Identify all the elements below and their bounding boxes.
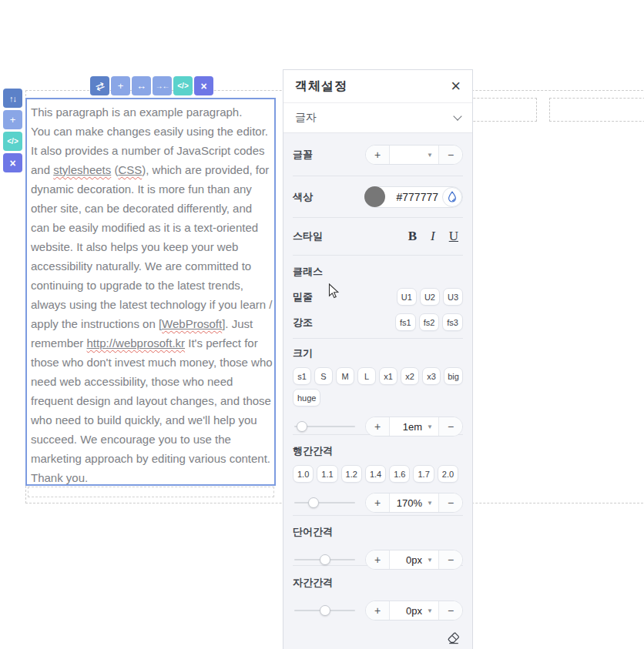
line-spacing-plus-button[interactable]: + — [366, 493, 390, 512]
color-swatch[interactable] — [364, 186, 385, 207]
delete-element-button[interactable]: × — [194, 76, 213, 95]
italic-button[interactable]: I — [431, 229, 435, 244]
size-button-s1[interactable]: s1 — [293, 367, 311, 385]
dropdown-caret-icon: ▼ — [427, 500, 433, 507]
line-spacing-button-1.1[interactable]: 1.1 — [317, 465, 337, 483]
panel-close-button[interactable]: × — [451, 78, 461, 95]
empty-column-placeholder[interactable] — [549, 98, 644, 122]
add-row-button[interactable]: + — [3, 110, 22, 129]
class-section: 클래스 밑줄 U1U2U3 강조 fs1fs2fs3 — [293, 256, 463, 339]
line-spacing-button-2.0[interactable]: 2.0 — [438, 465, 458, 483]
underline-class-button-u1[interactable]: U1 — [397, 288, 417, 306]
letter-spacing-label: 자간간격 — [293, 576, 463, 590]
expand-width-button[interactable]: ↔ — [132, 76, 151, 95]
letter-spacing-minus-button[interactable]: − — [438, 601, 462, 620]
link-stylesheets[interactable]: stylesheets — [53, 163, 111, 176]
letter-spacing-control-row: + 0px▼ − — [293, 600, 463, 621]
underline-button[interactable]: U — [449, 229, 458, 244]
code-icon: </> — [7, 137, 18, 146]
edit-code-button[interactable]: </> — [173, 76, 193, 95]
font-label: 글꼴 — [293, 148, 313, 162]
letter-spacing-slider[interactable] — [294, 605, 355, 616]
size-slider[interactable] — [294, 421, 355, 432]
letter-spacing-value-dropdown[interactable]: 0px▼ — [390, 601, 438, 620]
size-button-m[interactable]: M — [336, 367, 354, 385]
emphasis-class-row: 강조 fs1fs2fs3 — [293, 313, 463, 331]
paragraph-editable[interactable]: This paragraph is an example paragraph. … — [25, 98, 276, 486]
color-control: #777777 — [364, 186, 463, 208]
emphasis-class-button-fs3[interactable]: fs3 — [442, 313, 463, 331]
size-button-huge[interactable]: huge — [293, 389, 320, 406]
line-spacing-button-1.6[interactable]: 1.6 — [389, 465, 410, 483]
emphasis-class-button-fs1[interactable]: fs1 — [395, 313, 416, 331]
size-buttons-row2: huge — [293, 389, 463, 406]
color-label: 색상 — [293, 190, 313, 204]
size-plus-button[interactable]: + — [366, 417, 390, 436]
line-spacing-minus-button[interactable]: − — [438, 493, 462, 512]
move-row-button[interactable]: ↑↓ — [3, 89, 22, 108]
link-webprosoft[interactable]: WebProsoft — [162, 317, 222, 330]
letter-spacing-plus-button[interactable]: + — [366, 601, 390, 620]
color-picker-button[interactable] — [442, 187, 462, 207]
line-spacing-button-1.0[interactable]: 1.0 — [293, 465, 314, 483]
bold-button[interactable]: B — [408, 229, 417, 244]
plus-icon: + — [10, 114, 16, 125]
emphasis-class-buttons: fs1fs2fs3 — [395, 313, 463, 331]
collapse-width-button[interactable]: →← — [153, 76, 172, 95]
slider-thumb[interactable] — [297, 421, 307, 432]
delete-row-button[interactable]: × — [3, 153, 22, 172]
dropdown-caret-icon: ▼ — [427, 152, 433, 159]
slider-track — [294, 502, 355, 503]
clear-format-button[interactable] — [445, 630, 462, 649]
size-button-s[interactable]: S — [314, 367, 333, 385]
slider-thumb[interactable] — [308, 497, 319, 508]
size-minus-button[interactable]: − — [438, 417, 462, 436]
underline-class-button-u2[interactable]: U2 — [420, 288, 440, 306]
size-value-dropdown[interactable]: 1em▼ — [390, 417, 438, 436]
link-webprosoft-url[interactable]: http://webprosoft.kr — [87, 336, 186, 350]
slider-thumb[interactable] — [320, 605, 330, 616]
font-select[interactable]: ▼ — [390, 146, 438, 164]
paragraph-text: It's perfect for those who don't invest … — [31, 336, 273, 484]
size-button-x1[interactable]: x1 — [379, 367, 397, 385]
size-buttons-row1: s1SMLx1x2x3big — [293, 367, 463, 385]
object-settings-panel: 객체설정 × 글자 글꼴 + ▼ − 색상 #777777 — [283, 69, 473, 649]
slider-thumb[interactable] — [320, 554, 330, 565]
plus-icon: + — [118, 80, 124, 92]
underline-class-label: 밑줄 — [293, 290, 313, 304]
font-minus-button[interactable]: − — [438, 146, 462, 164]
size-button-l[interactable]: L — [357, 367, 376, 385]
droplet-icon — [448, 191, 457, 202]
emphasis-class-button-fs2[interactable]: fs2 — [419, 313, 440, 331]
close-icon: × — [9, 157, 15, 169]
line-spacing-button-1.7[interactable]: 1.7 — [413, 465, 434, 483]
size-button-big[interactable]: big — [444, 367, 463, 385]
size-button-x3[interactable]: x3 — [422, 367, 441, 385]
style-label: 스타일 — [293, 229, 323, 243]
link-css[interactable]: CSS — [118, 163, 142, 176]
move-swap-button[interactable]: ⇄ — [90, 76, 109, 95]
font-stepper: + ▼ − — [365, 145, 463, 165]
size-button-x2[interactable]: x2 — [401, 367, 419, 385]
line-spacing-slider[interactable] — [294, 497, 355, 508]
size-section: 크기 s1SMLx1x2x3big huge + 1em▼ − — [293, 339, 463, 435]
object-type-dropdown[interactable]: 글자 — [283, 103, 472, 133]
word-spacing-slider[interactable] — [294, 554, 355, 565]
dropdown-caret-icon: ▼ — [427, 607, 433, 614]
empty-row-placeholder[interactable] — [28, 487, 274, 497]
letter-spacing-stepper: + 0px▼ − — [365, 600, 463, 621]
panel-header: 객체설정 × — [283, 70, 472, 103]
underline-class-buttons: U1U2U3 — [397, 288, 463, 306]
style-row: 스타일 B I U — [293, 218, 463, 256]
underline-class-button-u3[interactable]: U3 — [443, 288, 463, 306]
line-spacing-button-1.2[interactable]: 1.2 — [341, 465, 362, 483]
add-element-button[interactable]: + — [111, 76, 130, 95]
line-spacing-section: 행간간격 1.01.11.21.41.61.72.0 + 170%▼ − — [293, 435, 463, 516]
line-spacing-value-dropdown[interactable]: 170%▼ — [390, 493, 438, 512]
edit-row-code-button[interactable]: </> — [3, 132, 22, 151]
panel-title: 객체설정 — [295, 79, 347, 95]
paragraph-text: This paragraph is an example paragraph. — [31, 105, 242, 119]
line-spacing-button-1.4[interactable]: 1.4 — [365, 465, 386, 483]
style-buttons: B I U — [408, 229, 458, 244]
font-plus-button[interactable]: + — [366, 146, 390, 164]
